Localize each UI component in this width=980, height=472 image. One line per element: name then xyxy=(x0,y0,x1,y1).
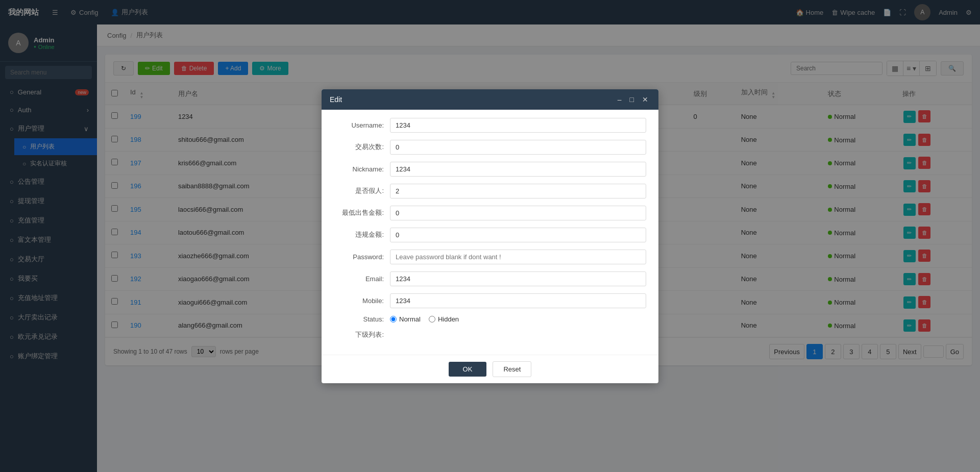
modal-reset-button[interactable]: Reset xyxy=(493,361,531,377)
form-row-min_sell: 最低出售金额: xyxy=(334,206,646,220)
label-username: Username: xyxy=(334,121,390,129)
label-trade_count: 交易次数: xyxy=(334,142,390,152)
label-min_sell: 最低出售金额: xyxy=(334,208,390,217)
modal-maximize-button[interactable]: □ xyxy=(628,94,636,105)
modal-body: Username: 交易次数: Nickname: 是否假人: 最低出售金额: … xyxy=(322,110,658,355)
label-mobile: Mobile: xyxy=(334,297,390,305)
input-username[interactable] xyxy=(390,118,646,133)
input-email[interactable] xyxy=(390,271,646,286)
input-password[interactable] xyxy=(390,250,646,264)
modal-title: Edit xyxy=(330,95,342,104)
status-row: Status: Normal Hidden xyxy=(334,315,646,323)
form-row-password: Password: xyxy=(334,250,646,264)
form-row-username: Username: xyxy=(334,118,646,133)
modal-minimize-button[interactable]: – xyxy=(616,94,624,105)
input-trade_count[interactable] xyxy=(390,140,646,155)
form-row-is_fake: 是否假人: xyxy=(334,184,646,198)
label-password: Password: xyxy=(334,253,390,261)
sublevel-row: 下级列表: xyxy=(334,330,646,339)
sublevel-label: 下级列表: xyxy=(334,330,390,339)
status-hidden-label[interactable]: Hidden xyxy=(429,315,459,323)
modal-ok-button[interactable]: OK xyxy=(449,362,487,377)
status-normal-label[interactable]: Normal xyxy=(390,315,421,323)
form-row-violation: 违规金额: xyxy=(334,228,646,242)
modal-form: Username: 交易次数: Nickname: 是否假人: 最低出售金额: … xyxy=(334,118,646,308)
label-violation: 违规金额: xyxy=(334,230,390,239)
status-radio-group: Normal Hidden xyxy=(390,315,459,323)
form-row-nickname: Nickname: xyxy=(334,162,646,177)
input-min_sell[interactable] xyxy=(390,206,646,220)
form-row-mobile: Mobile: xyxy=(334,293,646,308)
input-mobile[interactable] xyxy=(390,293,646,308)
modal-overlay[interactable]: Edit – □ ✕ Username: 交易次数: Nickname: 是否假… xyxy=(0,0,980,472)
input-is_fake[interactable] xyxy=(390,184,646,198)
status-normal-radio[interactable] xyxy=(390,316,397,322)
modal-close-button[interactable]: ✕ xyxy=(640,94,650,105)
input-violation[interactable] xyxy=(390,228,646,242)
input-nickname[interactable] xyxy=(390,162,646,177)
form-row-trade_count: 交易次数: xyxy=(334,140,646,155)
label-nickname: Nickname: xyxy=(334,165,390,173)
modal-footer: OK Reset xyxy=(322,355,658,383)
edit-modal: Edit – □ ✕ Username: 交易次数: Nickname: 是否假… xyxy=(322,89,658,383)
label-email: Email: xyxy=(334,275,390,283)
form-row-email: Email: xyxy=(334,271,646,286)
modal-header: Edit – □ ✕ xyxy=(322,89,658,110)
modal-header-actions: – □ ✕ xyxy=(616,94,650,105)
status-hidden-radio[interactable] xyxy=(429,316,435,322)
status-label: Status: xyxy=(334,315,390,323)
label-is_fake: 是否假人: xyxy=(334,186,390,195)
